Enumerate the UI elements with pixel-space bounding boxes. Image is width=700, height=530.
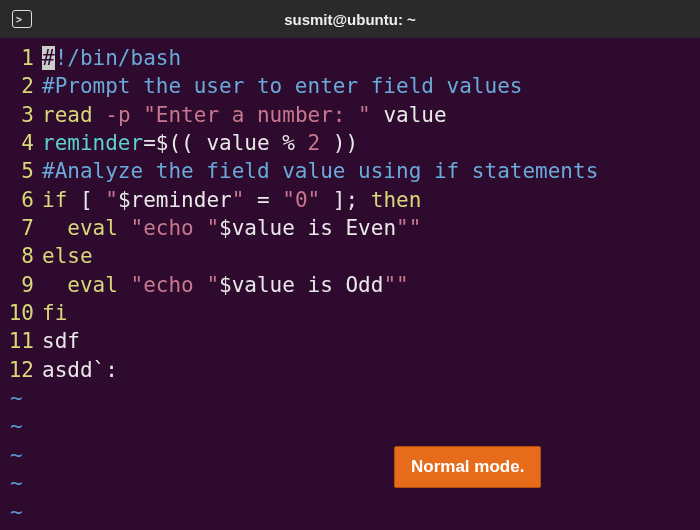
code-content[interactable]: read -p "Enter a number: " value (42, 101, 447, 129)
empty-line-tilde: ~ (0, 469, 700, 497)
code-content[interactable]: fi (42, 299, 67, 327)
empty-line-tilde: ~ (0, 441, 700, 469)
line-number: 9 (0, 271, 42, 299)
window-title: susmit@ubuntu: ~ (284, 11, 416, 28)
line-number: 3 (0, 101, 42, 129)
code-line[interactable]: 4reminder=$(( value % 2 )) (0, 129, 700, 157)
code-content[interactable]: eval "echo "$value is Even"" (42, 214, 421, 242)
code-line[interactable]: 1#!/bin/bash (0, 44, 700, 72)
empty-line-tilde: ~ (0, 412, 700, 440)
line-number: 10 (0, 299, 42, 327)
line-number: 2 (0, 72, 42, 100)
code-line[interactable]: 11sdf (0, 327, 700, 355)
editor-area[interactable]: 1#!/bin/bash2#Prompt the user to enter f… (0, 38, 700, 530)
code-content[interactable]: eval "echo "$value is Odd"" (42, 271, 409, 299)
line-number: 6 (0, 186, 42, 214)
code-line[interactable]: 2#Prompt the user to enter field values (0, 72, 700, 100)
titlebar: susmit@ubuntu: ~ (0, 0, 700, 38)
code-content[interactable]: else (42, 242, 93, 270)
code-content[interactable]: #!/bin/bash (42, 44, 181, 72)
terminal-icon (12, 10, 32, 28)
code-line[interactable]: 8else (0, 242, 700, 270)
code-line[interactable]: 9 eval "echo "$value is Odd"" (0, 271, 700, 299)
line-number: 11 (0, 327, 42, 355)
code-content[interactable]: sdf (42, 327, 80, 355)
code-content[interactable]: #Prompt the user to enter field values (42, 72, 522, 100)
code-line[interactable]: 12asdd`: (0, 356, 700, 384)
line-number: 12 (0, 356, 42, 384)
code-line[interactable]: 3read -p "Enter a number: " value (0, 101, 700, 129)
code-content[interactable]: reminder=$(( value % 2 )) (42, 129, 358, 157)
line-number: 4 (0, 129, 42, 157)
code-content[interactable]: asdd`: (42, 356, 118, 384)
line-number: 5 (0, 157, 42, 185)
code-line[interactable]: 7 eval "echo "$value is Even"" (0, 214, 700, 242)
code-line[interactable]: 6if [ "$reminder" = "0" ]; then (0, 186, 700, 214)
mode-badge: Normal mode. (394, 446, 541, 488)
code-content[interactable]: #Analyze the field value using if statem… (42, 157, 598, 185)
line-number: 1 (0, 44, 42, 72)
code-content[interactable]: if [ "$reminder" = "0" ]; then (42, 186, 421, 214)
line-number: 7 (0, 214, 42, 242)
empty-line-tilde: ~ (0, 498, 700, 526)
code-line[interactable]: 10fi (0, 299, 700, 327)
code-line[interactable]: 5#Analyze the field value using if state… (0, 157, 700, 185)
line-number: 8 (0, 242, 42, 270)
empty-line-tilde: ~ (0, 384, 700, 412)
